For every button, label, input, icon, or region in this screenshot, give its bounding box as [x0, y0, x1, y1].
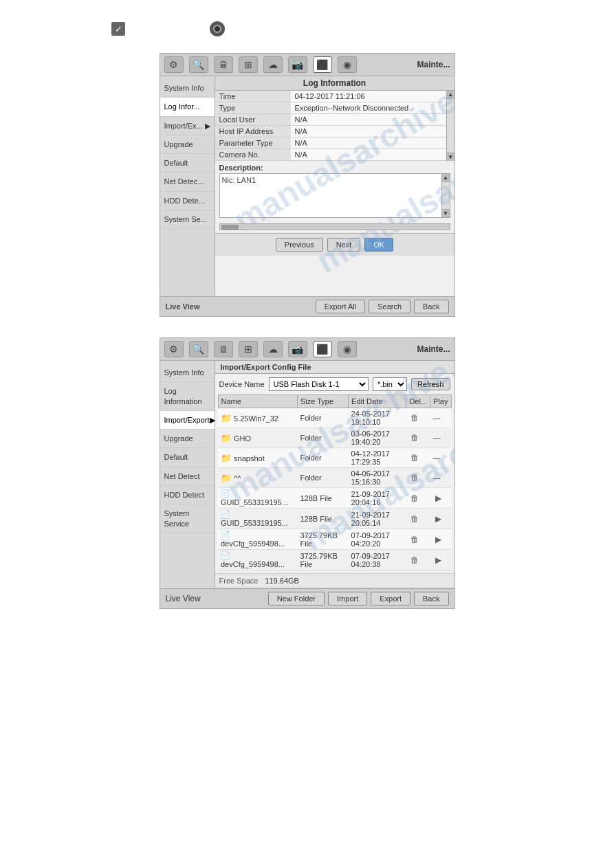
file-play-cell: ▶: [430, 509, 451, 529]
log-hscroll-area: [219, 223, 450, 230]
panel2-toolbar-icon-camera[interactable]: 📷: [288, 341, 307, 357]
file-name-cell: 📄 devCfg_5959498...: [218, 550, 297, 570]
scroll-up-btn[interactable]: ▲: [447, 91, 454, 99]
refresh-button[interactable]: Refresh: [411, 378, 450, 390]
back-button-1[interactable]: Back: [414, 300, 448, 313]
toolbar-icon-search[interactable]: 🔍: [189, 56, 208, 73]
file-table-header: Name Size Type Edit Date Del... Play: [218, 395, 451, 408]
log-label-host-ip: Host IP Address: [215, 126, 291, 137]
delete-icon[interactable]: 🗑: [409, 412, 420, 423]
desc-scroll-up[interactable]: ▲: [442, 174, 450, 182]
live-view-btn-2[interactable]: Live View: [166, 594, 201, 603]
sidebar-item-import-export[interactable]: Import/Ex... ▶: [160, 117, 215, 135]
play-icon[interactable]: ▶: [433, 555, 444, 566]
delete-icon[interactable]: 🗑: [409, 472, 420, 483]
checkbox-icon-area: ✓: [110, 21, 127, 37]
file-play-cell: —: [430, 468, 451, 488]
ext-select[interactable]: *.bin: [373, 377, 407, 391]
toolbar-icon-settings[interactable]: ◉: [338, 56, 357, 73]
back-button-2[interactable]: Back: [414, 592, 448, 605]
description-scrollbar[interactable]: ▲ ▼: [442, 173, 450, 218]
sidebar-item-hdd-detect[interactable]: HDD Dete...: [160, 192, 215, 210]
log-table-scrollbar[interactable]: ▲ ▼: [446, 91, 454, 161]
sidebar-item-upgrade[interactable]: Upgrade: [160, 135, 215, 154]
desc-scroll-down[interactable]: ▼: [442, 209, 450, 217]
delete-icon[interactable]: 🗑: [409, 493, 420, 504]
panel1-bottom-bar: Live View Export All Search Back: [160, 296, 454, 316]
file-size-type-cell: Folder: [297, 408, 348, 428]
file-icon: 📄: [221, 510, 230, 518]
next-button[interactable]: Next: [327, 238, 361, 252]
toolbar-icon-monitor[interactable]: 🖥: [214, 56, 233, 73]
panel2-toolbar-icon-search[interactable]: 🔍: [189, 341, 208, 357]
ok-button[interactable]: OK: [364, 238, 393, 252]
new-folder-button[interactable]: New Folder: [268, 592, 325, 605]
file-play-cell: —: [430, 428, 451, 448]
file-name-cell: 📁 ^^: [218, 468, 297, 488]
file-size-type-cell: 128B File: [297, 488, 348, 509]
toolbar-icon-display[interactable]: ⬛: [313, 56, 332, 73]
play-icon[interactable]: ▶: [433, 493, 444, 504]
log-field-time: Time 04-12-2017 11:21:06: [215, 91, 446, 102]
play-icon[interactable]: ▶: [433, 513, 444, 524]
panel2-sidebar-net-detect[interactable]: Net Detect: [160, 467, 215, 486]
file-edit-date-cell: 07-09-2017 04:20:20: [349, 529, 406, 550]
search-button[interactable]: Search: [369, 300, 410, 313]
sidebar-item-net-detect[interactable]: Net Detec...: [160, 173, 215, 191]
log-info-section-title: Log Information: [215, 76, 454, 91]
delete-icon[interactable]: 🗑: [409, 513, 420, 524]
panel2-toolbar-icon-network[interactable]: ⊞: [239, 341, 258, 357]
scroll-down-btn[interactable]: ▼: [447, 153, 454, 161]
panel2-sidebar-upgrade[interactable]: Upgrade: [160, 430, 215, 448]
no-play: —: [433, 474, 441, 482]
panel2-toolbar-icon-monitor[interactable]: 🖥: [214, 341, 233, 357]
toolbar-icon-gear[interactable]: ⚙: [164, 56, 184, 73]
free-space-value: 119.64GB: [265, 577, 299, 585]
toolbar-icon-camera[interactable]: 📷: [288, 56, 307, 73]
panel2-sidebar-system-service[interactable]: System Service: [160, 504, 215, 533]
file-icon: 📄: [221, 551, 230, 559]
sidebar-item-system-service[interactable]: System Se...: [160, 210, 215, 229]
previous-button[interactable]: Previous: [276, 238, 323, 252]
file-size-type-cell: Folder: [297, 448, 348, 468]
log-label-type: Type: [215, 102, 291, 114]
folder-icon: 📁: [221, 433, 232, 443]
import-button[interactable]: Import: [328, 592, 367, 605]
file-icon: 📄: [221, 531, 230, 539]
scroll-track: [447, 99, 454, 153]
export-button[interactable]: Export: [371, 592, 410, 605]
log-value-param-type: N/A: [291, 137, 446, 149]
panel2-sidebar-log-info[interactable]: Log Information: [160, 382, 215, 411]
device-name-select[interactable]: USB Flash Disk 1-1: [269, 377, 369, 391]
toolbar-icon-network[interactable]: ⊞: [239, 56, 258, 73]
panel2-toolbar-icon-cloud[interactable]: ☁: [263, 341, 283, 357]
file-size-type-cell: 128B File: [297, 509, 348, 529]
live-view-btn-1[interactable]: Live View: [166, 302, 200, 311]
panel2-sidebar-default[interactable]: Default: [160, 448, 215, 467]
log-fields-area: Time 04-12-2017 11:21:06 Type Exception-…: [215, 91, 454, 161]
sidebar-item-system-info[interactable]: System Info: [160, 79, 215, 98]
panel2-sidebar-system-info[interactable]: System Info: [160, 364, 215, 382]
file-table-row-2: 📁 snapshot Folder 04-12-2017 17:29:35 🗑 …: [218, 448, 451, 468]
toolbar-icon-cloud[interactable]: ☁: [263, 56, 283, 73]
log-value-host-ip: N/A: [291, 126, 446, 137]
delete-icon[interactable]: 🗑: [409, 534, 420, 545]
hscroll-thumb[interactable]: [221, 225, 239, 230]
delete-icon[interactable]: 🗑: [409, 432, 420, 443]
panel2-sidebar-hdd-detect[interactable]: HDD Detect: [160, 486, 215, 504]
file-del-cell: 🗑: [406, 468, 430, 488]
panel2-sidebar-import-export[interactable]: Import/Export ▶: [160, 411, 215, 430]
sidebar-item-log-info[interactable]: Log Infor...: [160, 98, 215, 116]
file-del-cell: 🗑: [406, 428, 430, 448]
arrow-icon-2: ▶: [210, 415, 215, 425]
sidebar-item-default[interactable]: Default: [160, 154, 215, 173]
play-icon[interactable]: ▶: [433, 534, 444, 545]
delete-icon[interactable]: 🗑: [409, 555, 420, 566]
panel2-toolbar-icon-display[interactable]: ⬛: [313, 341, 332, 357]
panel2-toolbar-icon-settings[interactable]: ◉: [338, 341, 357, 357]
folder-icon: 📁: [221, 453, 232, 463]
panel1-toolbar: ⚙ 🔍 🖥 ⊞ ☁ 📷 ⬛ ◉ Mainte...: [160, 54, 454, 76]
panel2-toolbar-icon-gear[interactable]: ⚙: [164, 341, 184, 357]
delete-icon[interactable]: 🗑: [409, 452, 420, 463]
export-all-button[interactable]: Export All: [316, 300, 365, 313]
